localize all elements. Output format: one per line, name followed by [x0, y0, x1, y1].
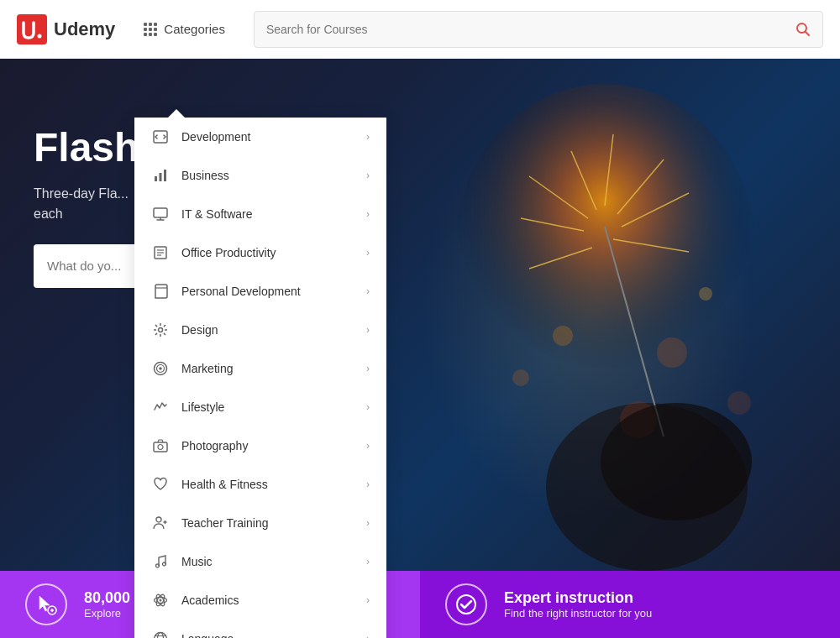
it-software-label: IT & Software	[181, 207, 354, 221]
music-label: Music	[181, 555, 354, 568]
udemy-logo-icon	[17, 14, 47, 44]
menu-item-language[interactable]: Language ›	[134, 620, 386, 638]
svg-point-15	[657, 337, 687, 368]
menu-item-design[interactable]: Design ›	[134, 311, 386, 349]
menu-item-development[interactable]: Development ›	[134, 118, 386, 156]
search-button[interactable]	[795, 22, 811, 37]
chevron-right-icon: ›	[366, 478, 370, 490]
svg-point-16	[699, 287, 712, 301]
book-icon	[151, 282, 170, 301]
bottom-right-text: Expert instruction Find the right instru…	[504, 589, 652, 620]
svg-point-50	[158, 445, 163, 450]
menu-item-personal-development[interactable]: Personal Development ›	[134, 272, 386, 311]
svg-point-25	[457, 595, 475, 614]
menu-item-academics[interactable]: Academics ›	[134, 581, 386, 620]
svg-rect-49	[154, 442, 167, 452]
svg-point-53	[163, 562, 166, 566]
logo[interactable]: Udemy	[17, 14, 115, 44]
svg-point-58	[155, 633, 167, 639]
svg-point-18	[727, 391, 751, 415]
svg-line-3	[806, 31, 810, 35]
office-productivity-label: Office Productivity	[181, 246, 354, 259]
personal-development-label: Personal Development	[181, 285, 354, 298]
svg-rect-27	[155, 176, 157, 181]
search-bar	[254, 11, 823, 48]
marketing-label: Marketing	[181, 362, 354, 375]
menu-item-lifestyle[interactable]: Lifestyle ›	[134, 388, 386, 426]
categories-label: Categories	[164, 22, 225, 36]
search-icon	[795, 22, 811, 37]
dropdown-arrow	[168, 109, 185, 118]
menu-item-photography[interactable]: Photography ›	[134, 426, 386, 465]
business-label: Business	[181, 169, 354, 182]
chevron-right-icon: ›	[366, 247, 370, 259]
menu-item-teacher-training[interactable]: Teacher Training ›	[134, 504, 386, 542]
grid-icon	[144, 23, 157, 36]
svg-point-5	[454, 84, 756, 420]
design-icon	[151, 321, 170, 339]
svg-rect-28	[160, 173, 162, 181]
svg-rect-30	[154, 208, 167, 217]
design-label: Design	[181, 323, 354, 337]
academics-label: Academics	[181, 594, 354, 607]
bottom-bar: 80,000 Explore Expert instruction Find t…	[0, 571, 840, 638]
chevron-right-icon: ›	[366, 401, 370, 413]
svg-line-45	[155, 333, 157, 335]
svg-point-48	[159, 367, 162, 370]
svg-line-42	[155, 325, 157, 327]
chevron-right-icon: ›	[366, 131, 370, 143]
health-fitness-label: Health & Fitness	[181, 478, 354, 491]
monitor-icon	[151, 205, 170, 223]
course-count: 80,000	[84, 589, 130, 607]
bottom-right: Expert instruction Find the right instru…	[420, 571, 840, 638]
language-label: Language	[181, 632, 354, 638]
svg-point-52	[156, 564, 160, 567]
chevron-right-icon: ›	[366, 363, 370, 374]
hero-sparkle-image	[353, 84, 773, 571]
svg-rect-29	[164, 170, 166, 181]
chevron-right-icon: ›	[366, 324, 370, 336]
menu-item-music[interactable]: Music ›	[134, 542, 386, 581]
svg-point-17	[512, 369, 529, 386]
lifestyle-label: Lifestyle	[181, 400, 354, 414]
list-icon	[151, 243, 170, 262]
menu-item-it-software[interactable]: IT & Software ›	[134, 195, 386, 233]
categories-button[interactable]: Categories	[132, 15, 237, 43]
globe-icon	[151, 630, 170, 638]
cursor-icon-circle	[25, 583, 67, 625]
svg-point-57	[160, 599, 162, 602]
music-icon	[151, 552, 170, 571]
categories-dropdown: Development › Business › IT & Software ›…	[134, 118, 386, 638]
bottom-left-text: 80,000 Explore	[84, 589, 130, 620]
chevron-right-icon: ›	[366, 170, 370, 181]
menu-item-office-productivity[interactable]: Office Productivity ›	[134, 233, 386, 272]
menu-item-marketing[interactable]: Marketing ›	[134, 349, 386, 388]
chevron-right-icon: ›	[366, 208, 370, 220]
menu-item-business[interactable]: Business ›	[134, 156, 386, 195]
svg-rect-0	[17, 14, 47, 44]
chart-icon	[151, 166, 170, 185]
lifestyle-icon	[151, 398, 170, 416]
svg-point-51	[156, 517, 161, 522]
search-input[interactable]	[266, 23, 795, 36]
development-label: Development	[181, 130, 354, 144]
check-icon	[454, 593, 478, 616]
svg-point-37	[159, 328, 163, 332]
chevron-right-icon: ›	[366, 594, 370, 606]
menu-item-health-fitness[interactable]: Health & Fitness ›	[134, 465, 386, 504]
chevron-right-icon: ›	[366, 285, 370, 297]
chevron-right-icon: ›	[366, 556, 370, 567]
expert-instruction-subtitle: Find the right instructor for you	[504, 607, 652, 620]
chevron-right-icon: ›	[366, 517, 370, 529]
camera-icon	[151, 437, 170, 455]
svg-point-14	[553, 326, 573, 346]
code-icon	[151, 128, 170, 146]
header: Udemy Categories	[0, 0, 840, 59]
atom-icon	[151, 591, 170, 609]
chevron-right-icon: ›	[366, 633, 370, 638]
cursor-icon	[34, 593, 58, 616]
heart-icon	[151, 475, 170, 494]
logo-text: Udemy	[54, 18, 115, 40]
check-icon-circle	[445, 583, 487, 625]
chevron-right-icon: ›	[366, 440, 370, 452]
